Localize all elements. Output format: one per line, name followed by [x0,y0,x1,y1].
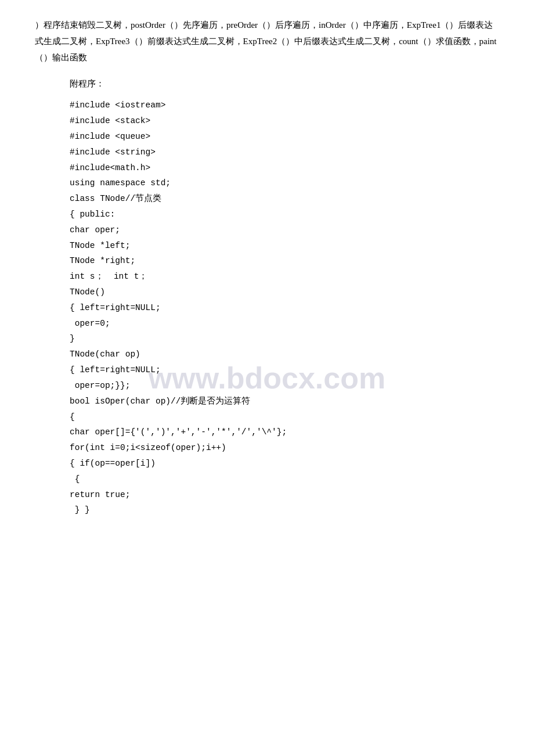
code-line: #include <queue> [70,129,499,145]
code-line: using namespace std; [70,175,499,191]
code-line: TNode *left; [70,238,499,254]
code-block: #include <iostream>#include <stack>#incl… [70,98,499,518]
code-line: { [70,409,499,425]
code-line: { [70,471,499,487]
code-line: { left=right=NULL; [70,300,499,316]
code-line: } [70,331,499,347]
code-line: { public: [70,207,499,222]
code-line: { left=right=NULL; [70,362,499,378]
code-line: #include <string> [70,145,499,160]
code-line: char oper; [70,222,499,238]
code-line: bool isOper(char op)//判断是否为运算符 [70,394,499,409]
code-line: oper=op;}}; [70,378,499,394]
section-label: 附程序： [70,76,499,92]
code-line: TNode *right; [70,253,499,269]
code-line: for(int i=0;i<sizeof(oper);i++) [70,440,499,456]
code-line: char oper[]={'(',')','+','-','*','/','\^… [70,424,499,440]
code-line: #include <iostream> [70,98,499,113]
page-content: ）程序结束销毁二叉树，postOrder（）先序遍历，preOrder（）后序遍… [35,17,499,518]
code-line: int s； int t； [70,269,499,285]
code-line: oper=0; [70,316,499,332]
code-line: } } [70,502,499,518]
code-line: class TNode//节点类 [70,191,499,207]
intro-paragraph: ）程序结束销毁二叉树，postOrder（）先序遍历，preOrder（）后序遍… [35,17,499,66]
code-line: #include<math.h> [70,160,499,176]
code-line: TNode() [70,285,499,300]
code-line: #include <stack> [70,113,499,129]
code-line: { if(op==oper[i]) [70,456,499,471]
code-line: TNode(char op) [70,347,499,362]
code-line: return true; [70,487,499,503]
